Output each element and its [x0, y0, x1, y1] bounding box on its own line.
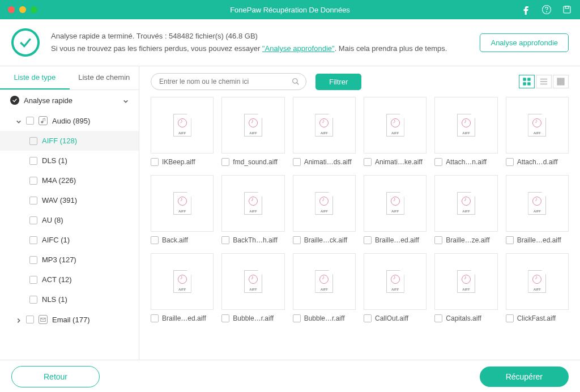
- file-card[interactable]: Braille…ze.aiff: [434, 175, 497, 244]
- svg-rect-2: [564, 6, 570, 13]
- file-card[interactable]: Back.aiff: [151, 175, 214, 244]
- view-grid-button[interactable]: [519, 75, 535, 88]
- file-thumbnail[interactable]: [293, 97, 356, 154]
- checkbox[interactable]: [434, 236, 442, 244]
- deep-scan-button[interactable]: Analyse approfondie: [480, 33, 569, 52]
- checkbox[interactable]: [434, 314, 442, 322]
- deep-scan-link[interactable]: "Analyse approfondie": [262, 44, 335, 53]
- window-maximize-icon[interactable]: [31, 6, 37, 13]
- file-card[interactable]: BackTh…h.aiff: [221, 175, 284, 244]
- file-thumbnail[interactable]: [293, 175, 356, 232]
- tree-item-label: AIFF (128): [42, 137, 77, 145]
- checkbox[interactable]: [221, 314, 229, 322]
- checkbox[interactable]: [29, 216, 37, 224]
- window-close-icon[interactable]: [8, 6, 15, 13]
- checkbox[interactable]: [434, 158, 442, 166]
- file-card[interactable]: CallOut.aiff: [364, 253, 427, 322]
- file-thumbnail[interactable]: [434, 97, 497, 154]
- file-card[interactable]: IKBeep.aiff: [151, 97, 214, 166]
- checkbox[interactable]: [364, 314, 372, 322]
- file-card[interactable]: Capitals.aiff: [434, 253, 497, 322]
- checkbox[interactable]: [506, 314, 514, 322]
- tree-category-audio[interactable]: Audio (895): [0, 110, 139, 131]
- tree-item[interactable]: M4A (226): [0, 171, 139, 190]
- checkbox[interactable]: [29, 276, 37, 284]
- file-thumbnail[interactable]: [364, 175, 427, 232]
- file-card[interactable]: Animati…ke.aiff: [364, 97, 427, 166]
- file-thumbnail[interactable]: [221, 97, 284, 154]
- checkbox[interactable]: [26, 117, 34, 125]
- checkbox[interactable]: [364, 236, 372, 244]
- file-thumbnail[interactable]: [506, 253, 569, 310]
- file-card[interactable]: Braille…ed.aiff: [151, 253, 214, 322]
- file-name: BackTh…h.aiff: [233, 236, 284, 244]
- checkbox[interactable]: [506, 158, 514, 166]
- tree-item[interactable]: ACT (12): [0, 270, 139, 289]
- tree-item[interactable]: WAV (391): [0, 190, 139, 210]
- checkbox[interactable]: [26, 316, 34, 323]
- file-card[interactable]: Braille…ck.aiff: [293, 175, 356, 244]
- tree-item[interactable]: AIFF (128): [0, 131, 139, 151]
- file-card[interactable]: fmd_sound.aiff: [221, 97, 284, 166]
- tree-item[interactable]: DLS (1): [0, 151, 139, 171]
- aiff-file-icon: [173, 270, 191, 293]
- file-card[interactable]: Attach…n.aiff: [434, 97, 497, 166]
- filter-button[interactable]: Filtrer: [315, 74, 361, 90]
- file-thumbnail[interactable]: [364, 253, 427, 310]
- file-card[interactable]: Bubble…r.aiff: [221, 253, 284, 322]
- file-thumbnail[interactable]: [151, 253, 214, 310]
- back-button[interactable]: Retour: [11, 366, 100, 387]
- checkbox[interactable]: [29, 197, 37, 204]
- checkbox[interactable]: [29, 296, 37, 304]
- file-thumbnail[interactable]: [151, 175, 214, 232]
- facebook-icon[interactable]: [521, 5, 531, 15]
- file-card[interactable]: Braille…ed.aiff: [506, 175, 569, 244]
- file-thumbnail[interactable]: [293, 253, 356, 310]
- file-card[interactable]: Bubble…r.aiff: [293, 253, 356, 322]
- help-icon[interactable]: [541, 5, 552, 15]
- view-column-button[interactable]: [553, 75, 569, 88]
- tab-path-list[interactable]: Liste de chemin: [70, 66, 139, 90]
- file-thumbnail[interactable]: [434, 175, 497, 232]
- file-card[interactable]: Braille…ed.aiff: [364, 175, 427, 244]
- file-thumbnail[interactable]: [221, 253, 284, 310]
- checkbox[interactable]: [151, 314, 159, 322]
- file-card[interactable]: Attach…d.aiff: [506, 97, 569, 166]
- checkbox[interactable]: [29, 137, 37, 145]
- checkbox[interactable]: [151, 158, 159, 166]
- file-thumbnail[interactable]: [221, 175, 284, 232]
- checkbox[interactable]: [364, 158, 372, 166]
- tree-quick-scan[interactable]: Analyse rapide: [0, 90, 139, 110]
- file-thumbnail[interactable]: [506, 97, 569, 154]
- tree-item[interactable]: NLS (1): [0, 289, 139, 309]
- file-name: Braille…ed.aiff: [162, 314, 214, 322]
- tree-item[interactable]: AIFC (1): [0, 230, 139, 250]
- save-icon[interactable]: [562, 5, 572, 15]
- tree-item[interactable]: AU (8): [0, 210, 139, 230]
- file-thumbnail[interactable]: [434, 253, 497, 310]
- checkbox[interactable]: [506, 236, 514, 244]
- checkbox[interactable]: [29, 236, 37, 244]
- search-input[interactable]: [151, 73, 306, 90]
- file-thumbnail[interactable]: [506, 175, 569, 232]
- checkbox[interactable]: [29, 177, 37, 185]
- file-card[interactable]: ClickFast.aiff: [506, 253, 569, 322]
- checkbox[interactable]: [221, 158, 229, 166]
- tree-category-email[interactable]: Email (177): [0, 309, 139, 330]
- tab-type-list[interactable]: Liste de type: [0, 66, 70, 90]
- checkbox[interactable]: [151, 236, 159, 244]
- checkbox[interactable]: [221, 236, 229, 244]
- file-name: Braille…ck.aiff: [304, 236, 356, 244]
- recover-button[interactable]: Récupérer: [480, 367, 569, 387]
- checkbox[interactable]: [29, 256, 37, 264]
- checkbox[interactable]: [29, 157, 37, 165]
- checkbox[interactable]: [293, 314, 301, 322]
- checkbox[interactable]: [293, 158, 301, 166]
- view-list-button[interactable]: [536, 75, 552, 88]
- file-card[interactable]: Animati…ds.aiff: [293, 97, 356, 166]
- file-thumbnail[interactable]: [364, 97, 427, 154]
- window-minimize-icon[interactable]: [19, 6, 26, 13]
- tree-item[interactable]: MP3 (127): [0, 250, 139, 270]
- checkbox[interactable]: [293, 236, 301, 244]
- file-thumbnail[interactable]: [151, 97, 214, 154]
